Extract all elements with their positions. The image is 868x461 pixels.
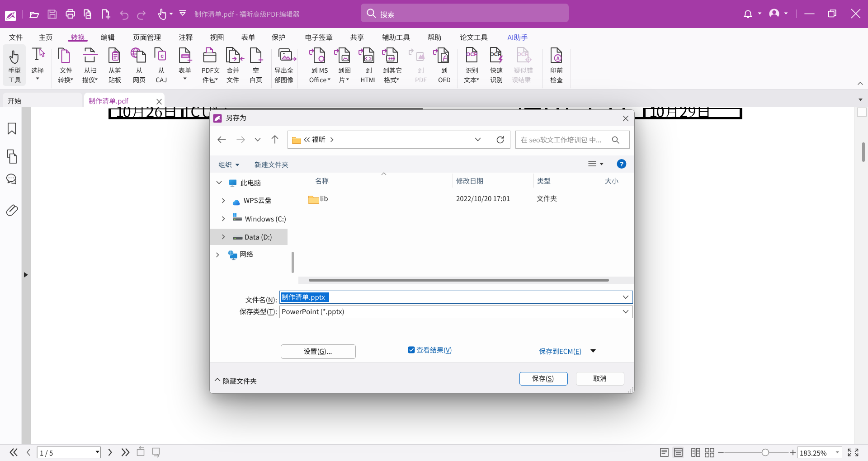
svg-text:?: ? — [620, 160, 624, 168]
svg-text:c: c — [160, 53, 164, 59]
svg-text:OCR: OCR — [466, 52, 478, 57]
svg-text:OCR: OCR — [490, 52, 502, 57]
svg-text:A: A — [556, 56, 559, 61]
svg-text:OCR: OCR — [517, 52, 529, 57]
